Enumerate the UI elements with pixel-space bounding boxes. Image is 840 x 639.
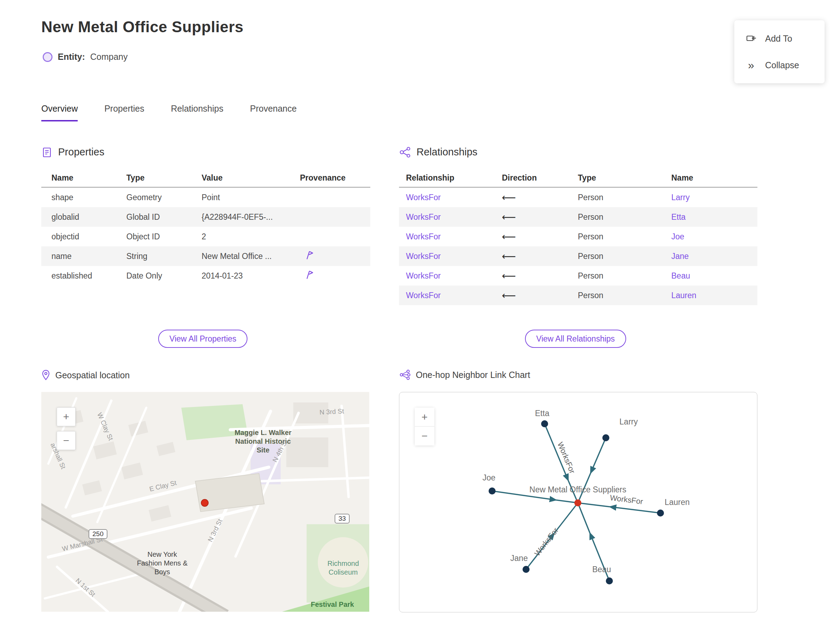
property-name: globalid	[51, 212, 126, 222]
node-etta[interactable]	[541, 420, 548, 427]
col-type: Type	[126, 173, 202, 183]
map-pin-icon	[41, 370, 50, 381]
properties-icon	[41, 146, 52, 158]
link-chart-svg: Etta Larry Joe Lauren Jane Beau New Meta…	[399, 392, 757, 611]
map-zoom-in-button[interactable]: +	[57, 407, 76, 426]
properties-section-header: Properties	[41, 146, 104, 158]
tab-relationships[interactable]: Relationships	[171, 103, 223, 121]
related-entity-link[interactable]: Lauren	[671, 291, 757, 300]
property-type: Object ID	[126, 232, 202, 242]
add-to-icon	[746, 33, 757, 44]
properties-table: Name Type Value Provenance shape Geometr…	[41, 168, 370, 286]
relationship-link[interactable]: WorksFor	[406, 232, 502, 242]
relationship-type: Person	[578, 252, 671, 261]
chart-zoom-out-button[interactable]: −	[415, 427, 434, 445]
entity-subtitle: Entity: Company	[43, 52, 128, 62]
direction-arrow-icon: ⟵	[502, 211, 578, 223]
property-value: New Metal Office ...	[202, 252, 300, 261]
link-chart-icon	[399, 370, 411, 380]
link-chart-section-header: One-hop Neighbor Link Chart	[399, 370, 530, 380]
chart-zoom-in-button[interactable]: +	[415, 408, 434, 427]
relationship-link[interactable]: WorksFor	[406, 252, 502, 261]
properties-section-title: Properties	[58, 146, 104, 158]
property-type: Geometry	[126, 193, 202, 202]
provenance-flag-icon	[305, 250, 314, 260]
map-label-coliseum: Richmond Coliseum	[318, 559, 369, 577]
relationship-row: WorksFor ⟵ Person Joe	[399, 227, 757, 246]
col-type: Type	[578, 173, 671, 183]
node-center[interactable]	[574, 499, 581, 506]
direction-arrow-icon: ⟵	[502, 192, 578, 203]
property-row-name: name String New Metal Office ...	[41, 246, 370, 266]
property-value: 2014-01-23	[202, 271, 300, 281]
edge-label-worksfor: WorksFor	[533, 526, 560, 558]
relationship-row: WorksFor ⟵ Person Larry	[399, 188, 757, 207]
relationship-link[interactable]: WorksFor	[406, 271, 502, 281]
direction-arrow-icon: ⟵	[502, 251, 578, 262]
relationship-type: Person	[578, 291, 671, 300]
edge-label-worksfor: WorksFor	[609, 493, 643, 505]
view-all-properties-button[interactable]: View All Properties	[158, 330, 247, 348]
col-relationship: Relationship	[406, 173, 502, 183]
node-jane[interactable]	[523, 566, 530, 573]
add-to-label: Add To	[765, 33, 792, 44]
property-row-objectid: objectid Object ID 2	[41, 227, 370, 246]
view-all-relationships-button[interactable]: View All Relationships	[525, 330, 626, 348]
entity-type-icon	[43, 52, 52, 62]
relationships-section-title: Relationships	[417, 146, 477, 158]
collapse-icon: »	[746, 59, 757, 71]
map-tiles	[41, 392, 369, 612]
relationship-link[interactable]: WorksFor	[406, 212, 502, 222]
related-entity-link[interactable]: Larry	[671, 193, 757, 202]
node-label-etta: Etta	[535, 409, 549, 418]
geospatial-section-header: Geospatial location	[41, 370, 130, 381]
relationship-row: WorksFor ⟵ Person Lauren	[399, 286, 757, 305]
related-entity-link[interactable]: Etta	[671, 212, 757, 222]
relationships-section-header: Relationships	[399, 146, 477, 158]
tab-overview[interactable]: Overview	[41, 103, 78, 121]
provenance-flag-button[interactable]	[300, 270, 370, 282]
properties-table-body: shape Geometry Point globalid Global ID …	[41, 188, 370, 286]
relationship-link[interactable]: WorksFor	[406, 193, 502, 202]
property-value: 2	[202, 232, 300, 242]
map-label-festival-park: Festival Park	[311, 601, 354, 609]
node-label-lauren: Lauren	[665, 498, 690, 507]
map-zoom-out-button[interactable]: −	[57, 431, 76, 450]
node-larry[interactable]	[602, 434, 609, 441]
direction-arrow-icon: ⟵	[502, 270, 578, 282]
entity-detail-page: New Metal Office Suppliers Entity: Compa…	[0, 0, 840, 639]
col-direction: Direction	[502, 173, 578, 183]
col-value: Value	[202, 173, 300, 183]
add-to-button[interactable]: Add To	[734, 25, 825, 52]
tab-provenance[interactable]: Provenance	[250, 103, 296, 121]
link-chart-canvas[interactable]: Etta Larry Joe Lauren Jane Beau New Meta…	[399, 392, 757, 612]
node-joe[interactable]	[488, 488, 496, 494]
geospatial-section-title: Geospatial location	[55, 370, 130, 380]
relationship-type: Person	[578, 232, 671, 242]
property-type: Date Only	[126, 271, 202, 281]
related-entity-link[interactable]: Jane	[671, 252, 757, 261]
map-canvas[interactable]: Maggie L. Walker National Historic Site …	[41, 392, 369, 612]
node-label-larry: Larry	[619, 417, 638, 426]
related-entity-link[interactable]: Joe	[671, 232, 757, 242]
center-node-label: New Metal Office Suppliers	[530, 485, 627, 494]
related-entity-link[interactable]: Beau	[671, 271, 757, 281]
tab-properties[interactable]: Properties	[104, 103, 144, 121]
node-lauren[interactable]	[657, 510, 664, 517]
map-label-ny-fashion: New York Fashion Mens & Boys	[135, 550, 189, 576]
map-label-n3rd-top: N 3rd St	[319, 407, 344, 416]
provenance-flag-button[interactable]	[300, 250, 370, 262]
relationship-type: Person	[578, 193, 671, 202]
relationships-table-body: WorksFor ⟵ Person Larry WorksFor ⟵ Perso…	[399, 188, 757, 305]
relationship-link[interactable]: WorksFor	[406, 291, 502, 300]
property-value: {A228944F-0EF5-...	[202, 212, 300, 222]
collapse-button[interactable]: » Collapse	[734, 52, 825, 78]
property-row-globalid: globalid Global ID {A228944F-0EF5-...	[41, 207, 370, 227]
property-type: Global ID	[126, 212, 202, 222]
col-name: Name	[671, 173, 757, 183]
node-label-beau: Beau	[592, 565, 611, 574]
relationship-row: WorksFor ⟵ Person Beau	[399, 266, 757, 286]
actions-panel: Add To » Collapse	[734, 20, 825, 83]
node-beau[interactable]	[606, 577, 613, 584]
chart-zoom-controls: + −	[415, 408, 434, 445]
